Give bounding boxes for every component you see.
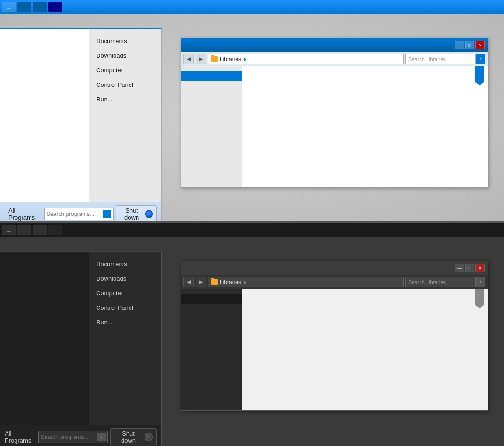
dark-back-button[interactable]: ◀ <box>183 277 194 287</box>
maximize-button[interactable]: □ <box>465 41 474 49</box>
dark-menu-item-run[interactable]: Run... <box>89 315 161 330</box>
dark-address-dot: ● <box>243 279 246 285</box>
taskbar-dots-btn[interactable]: ... <box>2 2 16 12</box>
explorer-titlebar: — □ ✕ <box>181 38 488 52</box>
dark-search-libraries-input[interactable]: Search Libraries <box>405 277 476 287</box>
search-programs-input[interactable] <box>46 211 103 217</box>
dark-menu-item-control-panel[interactable]: Control Panel <box>89 300 161 315</box>
start-menu-top: Documents Downloads Computer Control Pan… <box>0 28 162 225</box>
explorer-main-area <box>242 66 488 187</box>
search-programs-submit[interactable]: › <box>103 210 111 218</box>
bottom-half: ... Documents Downloads Computer Control… <box>0 223 504 446</box>
desktop-top: Documents Downloads Computer Control Pan… <box>0 14 504 221</box>
dark-address-breadcrumb: Libraries <box>220 279 241 285</box>
dark-menu-item-downloads[interactable]: Downloads <box>89 271 161 286</box>
explorer-titlebar-dark: — □ ✕ <box>181 261 488 275</box>
dark-folder-icon <box>211 279 218 285</box>
dark-close-button[interactable]: ✕ <box>475 264 485 272</box>
dark-forward-button[interactable]: ▶ <box>196 277 206 287</box>
taskbar-dark-btn2[interactable] <box>17 225 31 235</box>
close-button[interactable]: ✕ <box>475 41 485 49</box>
folder-icon <box>211 56 218 62</box>
shutdown-dark-label: Shut down <box>115 430 142 444</box>
explorer-toolbar: ◀ ▶ Libraries ● Search Libraries › <box>181 52 488 66</box>
taskbar-bottom: ... <box>0 223 504 237</box>
search-libraries-submit[interactable]: › <box>476 54 485 64</box>
all-programs-button[interactable]: All Programs <box>5 205 44 223</box>
minimize-button[interactable]: — <box>455 41 464 49</box>
taskbar-btn3[interactable] <box>33 2 47 12</box>
explorer-toolbar-dark: ◀ ▶ Libraries ● Search Libraries › <box>181 275 488 289</box>
start-menu-right-dark: Documents Downloads Computer Control Pan… <box>89 252 161 425</box>
back-button[interactable]: ◀ <box>183 54 194 64</box>
taskbar-btn2[interactable] <box>17 2 31 12</box>
dark-bookmark-ribbon <box>475 289 484 308</box>
dark-explorer-sidebar <box>181 289 242 410</box>
dark-search-libraries-submit[interactable]: › <box>476 277 485 287</box>
shutdown-dark-icon <box>145 433 153 441</box>
search-programs-box: › <box>44 208 114 220</box>
explorer-window-top: — □ ✕ ◀ ▶ Libraries ● Search Libraries › <box>181 38 488 188</box>
start-menu-left-panel <box>0 29 89 202</box>
shutdown-button[interactable]: Shut down <box>116 205 157 223</box>
explorer-content <box>181 66 488 187</box>
dark-menu-item-documents[interactable]: Documents <box>89 257 161 271</box>
start-menu-body-dark: Documents Downloads Computer Control Pan… <box>0 252 161 425</box>
explorer-window-dark: — □ ✕ ◀ ▶ Libraries ● Search Libraries › <box>181 261 488 411</box>
taskbar-dark-btn4[interactable] <box>48 225 62 235</box>
menu-item-computer[interactable]: Computer <box>89 63 161 77</box>
start-menu-dark: Documents Downloads Computer Control Pan… <box>0 251 162 446</box>
top-half: ... Documents Downloads Computer Control… <box>0 0 504 221</box>
dark-explorer-selected-item[interactable] <box>181 294 242 304</box>
taskbar-dark-dots-btn[interactable]: ... <box>2 225 16 235</box>
taskbar-top: ... <box>0 0 504 14</box>
address-breadcrumb: Libraries <box>220 56 241 62</box>
dark-explorer-content <box>181 289 488 410</box>
menu-item-documents[interactable]: Documents <box>89 34 161 48</box>
menu-item-control-panel[interactable]: Control Panel <box>89 77 161 92</box>
start-menu-body: Documents Downloads Computer Control Pan… <box>0 29 161 202</box>
shutdown-label: Shut down <box>120 207 143 221</box>
shutdown-icon <box>145 210 153 218</box>
start-menu-left-dark <box>0 252 89 425</box>
taskbar-btn4[interactable] <box>48 2 62 12</box>
dark-menu-item-computer[interactable]: Computer <box>89 286 161 300</box>
forward-button[interactable]: ▶ <box>196 54 206 64</box>
titlebar-controls: — □ ✕ <box>455 41 485 49</box>
taskbar-dark-btn3[interactable] <box>33 225 47 235</box>
dark-explorer-main-area <box>242 289 488 410</box>
address-bar[interactable]: Libraries ● <box>208 54 404 64</box>
menu-item-downloads[interactable]: Downloads <box>89 48 161 63</box>
search-libraries-input[interactable]: Search Libraries <box>405 54 476 64</box>
address-dot: ● <box>243 56 246 62</box>
menu-item-run[interactable]: Run... <box>89 92 161 107</box>
titlebar-dark-controls: — □ ✕ <box>455 264 485 272</box>
explorer-sidebar <box>181 66 242 187</box>
all-programs-dark-button[interactable]: All Programs <box>5 430 38 444</box>
search-programs-dark-input[interactable] <box>41 434 97 440</box>
bookmark-ribbon <box>475 66 484 85</box>
dark-minimize-button[interactable]: — <box>455 264 464 272</box>
dark-maximize-button[interactable]: □ <box>465 264 474 272</box>
dark-address-bar[interactable]: Libraries ● <box>208 277 404 287</box>
explorer-selected-nav-item[interactable] <box>181 71 242 81</box>
desktop-bottom: Documents Downloads Computer Control Pan… <box>0 237 504 446</box>
shutdown-dark-button[interactable]: Shut down <box>110 428 157 446</box>
search-programs-dark-box: › <box>38 431 108 443</box>
start-menu-right-panel: Documents Downloads Computer Control Pan… <box>89 29 161 202</box>
search-programs-dark-submit[interactable]: › <box>97 433 106 441</box>
start-menu-bottom-bar-dark: All Programs › Shut down <box>0 425 161 446</box>
